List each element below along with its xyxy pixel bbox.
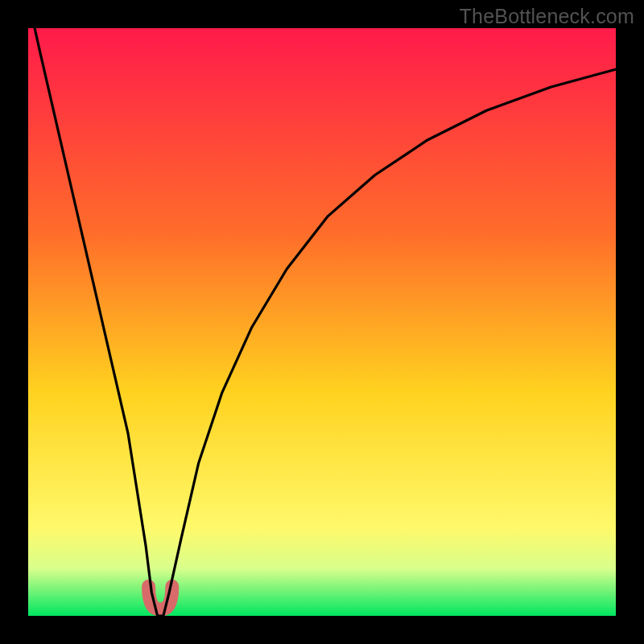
attribution-text: TheBottleneck.com — [460, 5, 634, 28]
chart-frame: TheBottleneck.com — [0, 0, 644, 644]
gradient-background — [28, 28, 616, 616]
plot-area — [28, 28, 616, 616]
bottleneck-chart — [28, 28, 616, 616]
